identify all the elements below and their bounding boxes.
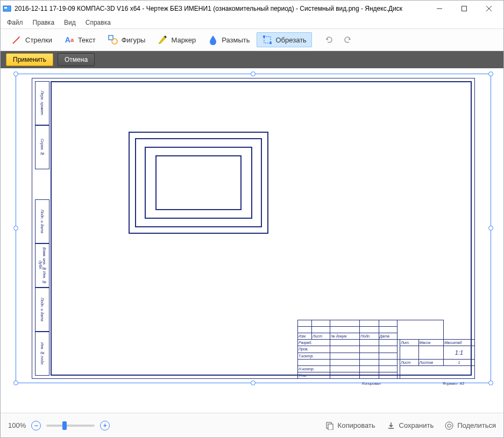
copy-button[interactable]: Копировать bbox=[325, 421, 375, 430]
cancel-button[interactable]: Отмена bbox=[58, 53, 95, 66]
tool-blur-label: Размыть bbox=[222, 36, 250, 44]
tool-marker-label: Маркер bbox=[171, 36, 196, 44]
tool-shapes-label: Фигуры bbox=[122, 36, 146, 44]
arrow-icon bbox=[11, 34, 22, 45]
marker-icon bbox=[157, 34, 168, 45]
svg-rect-14 bbox=[269, 42, 272, 44]
app-window: 2016-12-11 17-19-09 КОМПАС-3D V16 x64 - … bbox=[0, 0, 504, 438]
menu-view[interactable]: Вид bbox=[61, 18, 79, 27]
svg-rect-13 bbox=[263, 35, 265, 38]
copy-icon bbox=[325, 421, 335, 430]
tool-text-label: Текст bbox=[78, 36, 96, 44]
zoom-out-button[interactable]: − bbox=[31, 421, 41, 430]
menu-help[interactable]: Справка bbox=[82, 18, 114, 27]
tool-text[interactable]: Aa Текст bbox=[59, 32, 101, 47]
zoom-slider[interactable] bbox=[46, 425, 95, 427]
zoom-controls: 100% − + bbox=[8, 421, 110, 430]
svg-rect-18 bbox=[328, 424, 333, 430]
zoom-value: 100% bbox=[8, 421, 26, 429]
toolbar: Стрелки Aa Текст Фигуры Маркер Размыть О… bbox=[1, 28, 503, 51]
crop-icon bbox=[262, 34, 273, 45]
crop-handle-bl[interactable] bbox=[13, 380, 18, 385]
tool-crop[interactable]: Обрезать bbox=[257, 32, 312, 47]
apply-button[interactable]: Применить bbox=[6, 53, 53, 66]
crop-handle-l[interactable] bbox=[13, 226, 18, 231]
tool-blur[interactable]: Размыть bbox=[202, 32, 255, 47]
svg-marker-10 bbox=[159, 37, 166, 44]
crop-handle-tr[interactable] bbox=[488, 71, 493, 76]
statusbar: 100% − + Копировать Сохранить Поделиться bbox=[1, 413, 503, 437]
text-icon: Aa bbox=[64, 34, 75, 45]
svg-rect-1 bbox=[4, 7, 7, 9]
close-button[interactable] bbox=[477, 1, 501, 17]
window-controls bbox=[427, 1, 501, 17]
maximize-button[interactable] bbox=[452, 1, 477, 17]
tool-crop-label: Обрезать bbox=[276, 36, 307, 44]
blur-icon bbox=[208, 34, 218, 45]
crop-action-bar: Применить Отмена bbox=[1, 51, 503, 68]
share-button[interactable]: Поделиться bbox=[444, 421, 496, 430]
crop-handle-r[interactable] bbox=[488, 226, 493, 231]
zoom-in-button[interactable]: + bbox=[100, 421, 110, 430]
redo-button[interactable] bbox=[340, 32, 355, 47]
save-button[interactable]: Сохранить bbox=[386, 421, 434, 430]
titlebar: 2016-12-11 17-19-09 КОМПАС-3D V16 x64 - … bbox=[1, 1, 503, 17]
window-title: 2016-12-11 17-19-09 КОМПАС-3D V16 x64 - … bbox=[15, 5, 427, 12]
crop-handle-t[interactable] bbox=[251, 71, 255, 76]
svg-rect-8 bbox=[109, 35, 113, 40]
tool-marker[interactable]: Маркер bbox=[152, 32, 201, 47]
canvas[interactable]: Перв. примен. Справ. № Подп. и дата Взам… bbox=[1, 68, 503, 413]
crop-selection[interactable] bbox=[16, 74, 491, 383]
menubar: Файл Правка Вид Справка bbox=[1, 17, 503, 28]
svg-point-9 bbox=[112, 39, 117, 44]
share-icon bbox=[444, 421, 454, 430]
shapes-icon bbox=[108, 34, 118, 45]
tool-arrows-label: Стрелки bbox=[25, 36, 52, 44]
crop-handle-tl[interactable] bbox=[13, 71, 18, 76]
zoom-slider-thumb[interactable] bbox=[62, 421, 67, 430]
download-icon bbox=[386, 421, 396, 430]
crop-handle-b[interactable] bbox=[251, 380, 255, 385]
crop-handle-br[interactable] bbox=[488, 380, 493, 385]
svg-rect-3 bbox=[462, 6, 467, 11]
app-icon bbox=[3, 4, 11, 13]
svg-point-19 bbox=[445, 422, 453, 429]
undo-button[interactable] bbox=[322, 32, 337, 47]
svg-line-6 bbox=[13, 37, 19, 44]
menu-edit[interactable]: Правка bbox=[30, 18, 58, 27]
minimize-button[interactable] bbox=[427, 1, 452, 17]
tool-arrows[interactable]: Стрелки bbox=[6, 32, 58, 47]
tool-shapes[interactable]: Фигуры bbox=[102, 32, 151, 47]
menu-file[interactable]: Файл bbox=[4, 18, 26, 27]
